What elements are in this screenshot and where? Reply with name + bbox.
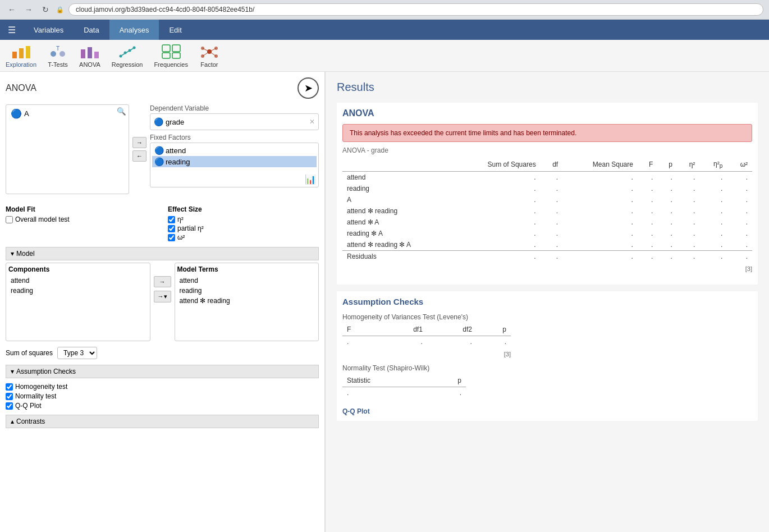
anova-cell: . [677,183,700,194]
anova-cell: . [638,183,657,194]
hom-col-p: p [477,323,511,336]
col-header-df: df [541,158,563,172]
sum-of-squares-select[interactable]: Type 1 Type 2 Type 3 [57,347,97,359]
anova-table-row: reading ✻ A........ [342,228,752,239]
term-attend-reading[interactable]: attend ✻ reading [177,296,317,306]
assumption-collapse-label: Assumption Checks [16,368,76,375]
model-arrow-buttons: → →▾ [154,263,171,341]
factor-icon [199,43,219,60]
eta2-checkbox[interactable] [168,216,175,223]
anova-cell: . [638,205,657,217]
anova-cell: . [638,172,657,184]
dependent-variable-box[interactable]: 🔵 grade ✕ [150,113,319,130]
tab-data[interactable]: Data [74,20,109,40]
col-header-ss: Sum of Squares [454,158,541,172]
anova-row-name: attend [342,172,454,184]
svg-rect-17 [172,53,180,58]
run-button[interactable]: ➤ [297,77,319,99]
assumption-checks-panel: Homogeneity test Normality test Q-Q Plot [6,383,319,411]
toolbar-anova[interactable]: ANOVA [79,43,100,68]
factor-attend[interactable]: 🔵 attend [152,145,317,156]
model-collapse-header[interactable]: ▾ Model [6,247,319,260]
tab-edit[interactable]: Edit [159,20,191,40]
anova-row-name: attend ✻ reading ✻ A [342,239,454,251]
partial-eta2-checkbox[interactable] [168,225,175,232]
exploration-icon [11,43,31,60]
tab-analyses[interactable]: Analyses [109,20,159,40]
menu-button[interactable]: ☰ [0,20,24,40]
anova-cell: . [699,251,727,263]
panel-title: ANOVA ➤ [6,77,319,99]
anova-row-name: Residuals [342,251,454,263]
anova-cell: . [727,194,752,205]
var-source-box: 🔵 A 🔍 [6,104,129,194]
url-bar[interactable] [68,3,763,16]
homogeneity-test-checkbox[interactable] [6,383,13,391]
anova-cell: . [657,183,676,194]
effect-size-label: Effect Size [168,205,319,213]
arrow-right-button[interactable]: → [132,137,147,148]
homogeneity-row: . . . . [342,336,511,348]
svg-line-26 [209,52,216,56]
anova-table-row: attend........ [342,172,752,184]
refresh-button[interactable]: ↻ [39,3,52,16]
hom-val-df1: . [378,336,427,348]
toolbar-frequencies[interactable]: Frequencies [154,43,188,68]
svg-rect-14 [162,45,170,52]
clear-dep-icon[interactable]: ✕ [309,118,315,126]
source-var-a[interactable]: 🔵 A [8,107,126,120]
toolbar-regression[interactable]: Regression [112,43,143,68]
browser-bar: ← → ↻ 🔒 [0,0,769,20]
reading-label: reading [166,158,190,166]
assumption-checks-title: Assumption Checks [342,297,752,306]
component-attend[interactable]: attend [8,276,148,286]
back-button[interactable]: ← [6,3,18,16]
hom-col-df1: df1 [378,323,427,336]
tab-variables[interactable]: Variables [24,20,74,40]
toolbar-factor[interactable]: Factor [199,43,219,68]
component-reading[interactable]: reading [8,286,148,296]
model-arrow-right-drop[interactable]: →▾ [154,291,171,302]
left-panel: ANOVA ➤ 🔵 A 🔍 → ← Dependent Variable [0,72,326,532]
norm-col-p: p [431,374,466,387]
factor-box-icons: 📊 [305,174,316,185]
qq-plot-label: Q-Q Plot [15,402,42,410]
anova-cell: . [638,251,657,263]
toolbar-exploration[interactable]: Exploration [6,43,36,68]
right-panel: Results ANOVA This analysis has exceeded… [326,72,769,532]
assumption-collapse-header[interactable]: ▾ Assumption Checks [6,365,319,378]
term-reading[interactable]: reading [177,286,317,296]
hom-val-p: . [477,336,511,348]
anova-cell: . [657,194,676,205]
anova-table-row: Residuals........ [342,251,752,263]
svg-rect-6 [81,49,85,58]
contrasts-collapse-arrow: ▴ [11,418,14,425]
var-search-button[interactable]: 🔍 [117,107,126,116]
anova-cell: . [562,194,638,205]
svg-rect-1 [19,48,24,58]
col-header-name [342,158,454,172]
toolbar-ttests[interactable]: T T-Tests [48,43,68,68]
normality-test-checkbox[interactable] [6,393,13,400]
anova-cell: . [699,239,727,251]
anova-cell: . [727,228,752,239]
var-a-icon: 🔵 [11,108,22,119]
anova-cell: . [562,172,638,184]
term-attend[interactable]: attend [177,276,317,286]
svg-text:T: T [56,45,59,52]
forward-button[interactable]: → [22,3,35,16]
homogeneity-test-row: Homogeneity test [6,383,319,391]
omega2-checkbox[interactable] [168,234,175,241]
qq-plot-checkbox[interactable] [6,402,13,410]
homogeneity-table: F df1 df2 p . . . . [342,323,511,347]
model-arrow-right[interactable]: → [154,276,171,287]
overall-model-test-checkbox[interactable] [6,216,13,223]
factor-reading[interactable]: 🔵 reading [152,156,317,167]
frequencies-label: Frequencies [154,61,188,68]
reading-icon: 🔵 [154,157,164,166]
contrasts-collapse-header[interactable]: ▴ Contrasts [6,415,319,428]
normality-table: Statistic p . . [342,374,466,398]
anova-cell: . [541,205,563,217]
svg-line-13 [120,47,135,57]
arrow-left-button[interactable]: ← [132,150,147,162]
